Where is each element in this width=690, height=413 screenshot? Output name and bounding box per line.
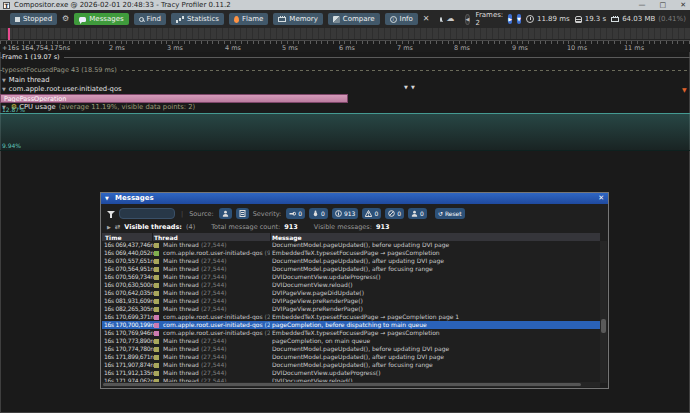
collapse-triangle-icon[interactable]: ▼ bbox=[2, 77, 6, 83]
message-row[interactable]: 16s 081,931,609nsMain thread(27,544)DVIP… bbox=[102, 297, 600, 305]
thread-id: (26,548) bbox=[265, 313, 270, 320]
thread-id: (27,544) bbox=[201, 273, 227, 280]
message-thread: Main thread(27,544) bbox=[163, 337, 270, 345]
message-row[interactable]: 16s 070,564,951nsMain thread(27,544)Docu… bbox=[102, 265, 600, 273]
message-row[interactable]: 16s 170,773,890nsMain thread(27,544)page… bbox=[102, 337, 600, 345]
zone-marker-icon[interactable]: ▼ bbox=[411, 84, 415, 90]
message-time: 16s 070,564,951ns bbox=[104, 265, 154, 273]
info-button[interactable]: iInfo bbox=[385, 13, 418, 25]
message-row[interactable]: 16s 170,774,780nsMain thread(27,544)Docu… bbox=[102, 345, 600, 353]
message-row[interactable]: 16s 070,569,734nsMain thread(27,544)DVID… bbox=[102, 273, 600, 281]
messages-titlebar[interactable]: ▼ Messages ✕ bbox=[101, 193, 608, 204]
thread-id: (9,720) bbox=[265, 249, 270, 256]
severity-warning-button[interactable]: 0 bbox=[362, 208, 381, 219]
compare-button[interactable]: Compare bbox=[328, 13, 380, 25]
horizontal-scrollbar[interactable] bbox=[102, 382, 600, 387]
severity-error-button[interactable]: 0 bbox=[385, 208, 404, 219]
reset-button[interactable]: ↺Reset bbox=[435, 208, 465, 219]
visible-threads-label[interactable]: Visible threads: bbox=[124, 223, 182, 231]
message-row[interactable]: 16s 069,440,052nscom.apple.root.user-ini… bbox=[102, 249, 600, 257]
message-row[interactable]: 16s 171,899,671nsMain thread(27,544)Docu… bbox=[102, 353, 600, 361]
options-gear-icon[interactable]: ⚙ bbox=[62, 15, 69, 23]
message-text: EmbeddedTeX.typesetFocusedPage → pagesCo… bbox=[272, 329, 440, 337]
thread-id: (27,544) bbox=[201, 289, 227, 296]
message-time: 16s 170,774,780ns bbox=[104, 345, 154, 353]
zoom-search-icon[interactable] bbox=[440, 17, 442, 22]
column-header-message[interactable]: Message bbox=[272, 234, 302, 241]
horizontal-scrollbar-thumb[interactable] bbox=[103, 383, 581, 386]
thread-id: (27,544) bbox=[201, 265, 227, 272]
cloud-icon[interactable]: ☁ bbox=[447, 15, 455, 23]
message-row[interactable]: 16s 070,642,035nsMain thread(27,544)DVIP… bbox=[102, 289, 600, 297]
next-frame-button[interactable]: ▶ bbox=[508, 14, 512, 24]
messages-filter-bar: | Source: Severity: 00913000 ↺Reset bbox=[101, 207, 608, 220]
message-time: 16s 069,440,052ns bbox=[104, 249, 154, 257]
thread-id: (27,544) bbox=[201, 297, 227, 304]
message-thread: Main thread(27,544) bbox=[163, 361, 270, 369]
message-thread: Main thread(27,544) bbox=[163, 353, 270, 361]
frame-row[interactable]: Frame 1 (19.07 s) bbox=[0, 52, 690, 62]
capture-time-value: 19.3 s bbox=[585, 15, 606, 23]
message-row[interactable]: 16s 069,437,746nsMain thread(27,544)Docu… bbox=[102, 241, 600, 249]
severity-user-button[interactable]: 0 bbox=[408, 208, 427, 219]
source-user-button[interactable] bbox=[219, 208, 232, 219]
thread-row-main[interactable]: ▼Main thread bbox=[0, 76, 690, 85]
message-filter-input[interactable] bbox=[119, 208, 175, 219]
zone-pagepassoperation[interactable]: PagePassOperation bbox=[0, 94, 348, 103]
prev-frame-button[interactable]: ◀ bbox=[465, 14, 471, 25]
message-row[interactable]: 16s 070,630,500nsMain thread(27,544)DVID… bbox=[102, 281, 600, 289]
message-text: DocumentModel.pageUpdated(), after focus… bbox=[272, 361, 433, 369]
severity-debug-button[interactable]: 0 bbox=[286, 208, 305, 219]
collapse-triangle-icon[interactable]: ▼ bbox=[2, 86, 6, 92]
minimize-button[interactable]: — bbox=[639, 1, 646, 9]
thread-color-swatch bbox=[154, 259, 159, 264]
severity-bug-button[interactable]: 0 bbox=[309, 208, 328, 219]
message-marker-icon[interactable]: ▼ bbox=[682, 86, 687, 93]
flame-button[interactable]: Flame bbox=[229, 13, 268, 25]
frame-overview-strip[interactable] bbox=[0, 28, 690, 40]
tools-icon[interactable]: ✕ bbox=[423, 15, 430, 23]
thread-color-swatch bbox=[154, 323, 159, 328]
message-row[interactable]: 16s 070,557,651nsMain thread(27,544)Docu… bbox=[102, 257, 600, 265]
message-row[interactable]: 16s 170,700,199nscom.apple.root.user-ini… bbox=[102, 321, 600, 329]
source-label: Source: bbox=[189, 210, 214, 218]
frames-dropdown-button[interactable]: ▼ bbox=[517, 14, 521, 24]
frame-label: Frame 1 (19.07 s) bbox=[2, 53, 64, 61]
message-time: 16s 171,899,671ns bbox=[104, 353, 154, 361]
memory-usage-value: 64.03 MB bbox=[622, 15, 655, 23]
source-callstack-button[interactable] bbox=[236, 208, 249, 219]
column-header-thread[interactable]: Thread bbox=[154, 234, 178, 241]
memory-button[interactable]: Memory bbox=[273, 13, 322, 25]
severity-info-button[interactable]: 913 bbox=[332, 208, 358, 219]
messages-button[interactable]: Messages bbox=[74, 13, 128, 25]
severity-count: 913 bbox=[344, 210, 355, 217]
message-row[interactable]: 16s 170,699,371nscom.apple.root.user-ini… bbox=[102, 313, 600, 321]
expand-triangle-icon[interactable]: ▶ bbox=[107, 224, 111, 230]
statistics-button[interactable]: Statistics bbox=[171, 13, 224, 25]
timeline-ruler[interactable]: +16s 164,754,175ns 2 ms3 ms4 ms5 ms6 ms7… bbox=[0, 40, 690, 52]
vertical-scrollbar-thumb[interactable] bbox=[601, 319, 606, 333]
zone-marker-icon[interactable]: ▼ bbox=[404, 84, 408, 90]
speech-bubble-icon bbox=[79, 17, 86, 22]
cpu-usage-row[interactable]: ▼⚙CPU usage(average 11.19%, visible data… bbox=[0, 103, 690, 112]
frame-set-row[interactable]: typesetFocusedPage 43 (18.59 ms) bbox=[0, 66, 690, 75]
message-row[interactable]: 16s 171,907,874nsMain thread(27,544)Docu… bbox=[102, 361, 600, 369]
message-row[interactable]: 16s 171,912,135nsMain thread(27,544)DVID… bbox=[102, 369, 600, 377]
column-header-time[interactable]: Time bbox=[105, 234, 121, 241]
info-icon: i bbox=[390, 16, 397, 23]
vertical-scrollbar[interactable] bbox=[600, 241, 607, 383]
cpu-usage-graph[interactable]: 12.87% 9.94% bbox=[0, 113, 690, 151]
close-button[interactable]: ✕ bbox=[680, 1, 686, 9]
stopped-button[interactable]: Stopped bbox=[10, 13, 57, 25]
thread-color-swatch bbox=[154, 267, 159, 272]
message-row[interactable]: 16s 082,265,305nsMain thread(27,544)DVIP… bbox=[102, 305, 600, 313]
thread-row-qos[interactable]: ▼com.apple.root.user-initiated-qos ▼ ▼ ▼ bbox=[0, 85, 690, 94]
maximize-button[interactable]: □ bbox=[660, 1, 667, 9]
message-text: DVIDocumentView.updateProgress() bbox=[272, 369, 381, 377]
message-time: 16s 170,700,199ns bbox=[104, 321, 154, 329]
severity-count: 0 bbox=[321, 210, 325, 217]
collapse-triangle-icon[interactable]: ▼ bbox=[105, 193, 109, 204]
messages-close-icon[interactable]: ✕ bbox=[598, 193, 604, 204]
message-row[interactable]: 16s 170,769,946nscom.apple.root.user-ini… bbox=[102, 329, 600, 337]
find-button[interactable]: Find bbox=[134, 13, 166, 25]
